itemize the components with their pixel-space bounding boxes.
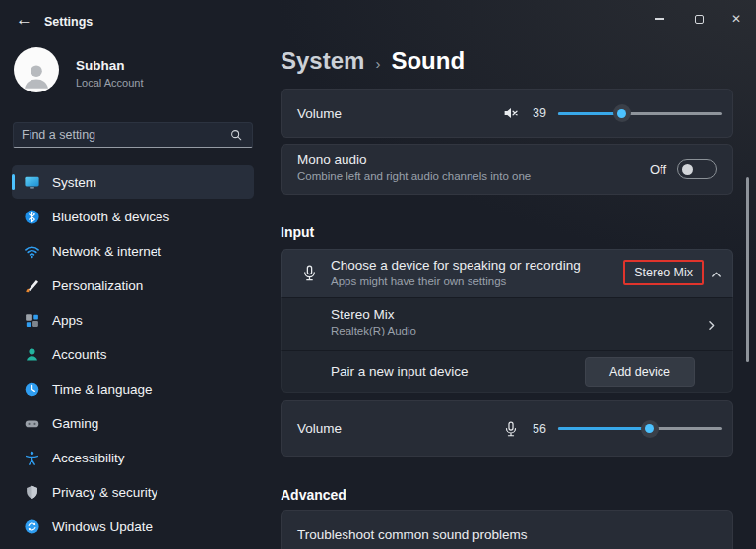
- input-device-group: Choose a device for speaking or recordin…: [281, 249, 733, 393]
- sidebar-item-label: Personalization: [52, 278, 143, 293]
- microphone-icon: [300, 264, 319, 282]
- bluetooth-icon: [24, 209, 40, 225]
- input-volume-label: Volume: [297, 421, 342, 436]
- sidebar-item-privacy-security[interactable]: Privacy & security: [12, 475, 254, 509]
- sidebar-nav: System Bluetooth & devices Network & int…: [12, 165, 254, 544]
- toggle-knob: [682, 164, 693, 175]
- sidebar-item-gaming[interactable]: Gaming: [12, 406, 254, 440]
- input-device-item-row[interactable]: Stereo Mix Realtek(R) Audio: [281, 298, 733, 351]
- sidebar-item-label: Accounts: [52, 347, 107, 362]
- mono-audio-title: Mono audio: [297, 152, 531, 167]
- pair-device-label: Pair a new input device: [331, 364, 469, 379]
- person-icon: [20, 59, 53, 92]
- maximize-button[interactable]: [682, 6, 716, 31]
- sidebar-item-time-language[interactable]: Time & language: [12, 372, 254, 405]
- sidebar-item-label: Privacy & security: [52, 485, 158, 500]
- mono-audio-state-label: Off: [650, 162, 666, 177]
- user-account-type: Local Account: [76, 77, 144, 89]
- sidebar-item-label: Bluetooth & devices: [52, 210, 169, 224]
- mono-audio-toggle[interactable]: [677, 159, 717, 179]
- output-volume-card: Volume 39: [281, 89, 733, 138]
- slider-fill: [558, 427, 650, 430]
- close-button[interactable]: ✕: [720, 6, 753, 31]
- gamepad-icon: [24, 415, 40, 432]
- chevron-up-icon[interactable]: [709, 268, 724, 282]
- user-name: Subhan: [76, 58, 125, 73]
- selected-input-device-highlighted[interactable]: Stereo Mix: [623, 260, 704, 285]
- sidebar-item-system[interactable]: System: [12, 165, 254, 199]
- shield-icon: [24, 484, 40, 501]
- search-box[interactable]: [13, 122, 253, 148]
- maximize-icon: [695, 15, 704, 24]
- close-icon: ✕: [731, 13, 741, 25]
- input-volume-value: 56: [527, 422, 552, 436]
- system-icon: [24, 174, 40, 191]
- paintbrush-icon: [24, 277, 40, 294]
- avatar[interactable]: [14, 47, 59, 92]
- choose-input-device-row[interactable]: Choose a device for speaking or recordin…: [281, 249, 733, 298]
- sidebar-item-label: Gaming: [52, 416, 98, 431]
- search-icon[interactable]: [229, 128, 243, 142]
- sidebar-item-bluetooth-devices[interactable]: Bluetooth & devices: [12, 200, 254, 233]
- breadcrumb-separator-icon: ›: [364, 55, 391, 72]
- input-section-heading: Input: [281, 224, 314, 240]
- advanced-section-heading: Advanced: [281, 487, 346, 503]
- page-title: Sound: [391, 47, 465, 75]
- sidebar-item-apps[interactable]: Apps: [12, 303, 254, 336]
- slider-thumb[interactable]: [613, 104, 631, 122]
- accessibility-person-icon: [24, 450, 40, 466]
- sidebar-item-accessibility[interactable]: Accessibility: [12, 441, 254, 474]
- input-volume-slider[interactable]: [558, 420, 722, 438]
- back-button[interactable]: ←: [16, 10, 32, 30]
- breadcrumb-parent[interactable]: System: [281, 47, 364, 75]
- mono-audio-subtitle: Combine left and right audio channels in…: [297, 170, 531, 182]
- sidebar-item-label: Windows Update: [52, 519, 153, 534]
- mono-audio-card: Mono audio Combine left and right audio …: [281, 144, 733, 195]
- sidebar-item-label: Network & internet: [52, 244, 161, 259]
- input-device-description: Realtek(R) Audio: [331, 325, 416, 336]
- sidebar-item-label: Accessibility: [52, 451, 125, 465]
- sidebar-item-accounts[interactable]: Accounts: [12, 337, 254, 371]
- sidebar-item-label: Time & language: [52, 382, 153, 396]
- input-device-name: Stereo Mix: [331, 307, 416, 322]
- choose-device-subtitle: Apps might have their own settings: [331, 275, 581, 287]
- app-title: Settings: [44, 15, 93, 29]
- update-refresh-icon: [24, 518, 40, 535]
- chevron-right-icon[interactable]: [704, 318, 719, 333]
- output-volume-slider[interactable]: [558, 104, 722, 122]
- muted-speaker-icon[interactable]: [502, 104, 520, 122]
- vertical-scrollbar[interactable]: [746, 177, 749, 362]
- choose-device-title: Choose a device for speaking or recordin…: [331, 258, 581, 273]
- search-input[interactable]: [14, 128, 229, 142]
- sidebar-item-network-internet[interactable]: Network & internet: [12, 234, 254, 268]
- sidebar-item-personalization[interactable]: Personalization: [12, 269, 254, 302]
- apps-icon: [24, 312, 40, 329]
- pair-input-device-row: Pair a new input device Add device: [281, 351, 733, 393]
- add-device-button[interactable]: Add device: [585, 357, 695, 387]
- account-person-icon: [24, 346, 40, 363]
- clock-globe-icon: [24, 381, 40, 397]
- sidebar-item-windows-update[interactable]: Windows Update: [12, 510, 254, 543]
- sidebar-item-label: System: [52, 175, 96, 190]
- slider-thumb[interactable]: [641, 420, 659, 438]
- troubleshoot-row[interactable]: Troubleshoot common sound problems: [281, 510, 733, 549]
- minimize-icon: [655, 18, 664, 19]
- breadcrumb: System › Sound: [281, 47, 465, 75]
- wifi-icon: [24, 243, 40, 260]
- output-volume-label: Volume: [297, 106, 342, 121]
- output-volume-value: 39: [527, 106, 552, 120]
- sidebar-item-label: Apps: [52, 313, 83, 328]
- troubleshoot-label: Troubleshoot common sound problems: [297, 527, 528, 542]
- input-volume-card: Volume 56: [281, 400, 733, 457]
- microphone-icon[interactable]: [502, 420, 520, 438]
- minimize-button[interactable]: [643, 6, 676, 31]
